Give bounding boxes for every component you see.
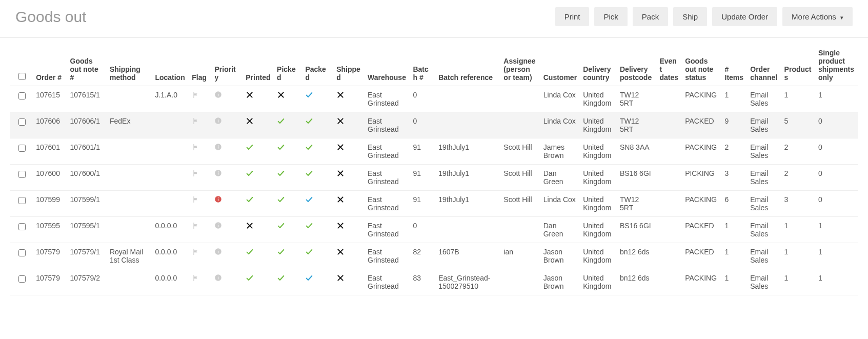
cell-batch: 83 bbox=[410, 269, 435, 295]
cell-postcode: TW12 5RT bbox=[617, 86, 656, 112]
pack-button[interactable]: Pack bbox=[633, 7, 668, 26]
row-checkbox[interactable] bbox=[18, 145, 26, 152]
col-batch[interactable]: Batch # bbox=[410, 44, 435, 86]
col-status[interactable]: Goods out note status bbox=[682, 44, 721, 86]
priority-icon[interactable] bbox=[214, 196, 222, 205]
row-checkbox[interactable] bbox=[18, 171, 26, 178]
cell-gon: 107601/1 bbox=[67, 138, 107, 165]
cell-order: 107595 bbox=[33, 217, 67, 243]
col-postcode[interactable]: Delivery postcode bbox=[617, 44, 656, 86]
col-picked[interactable]: Picked bbox=[274, 44, 302, 86]
table-row[interactable]: 107599 107599/1 East Grinstead 91 19thJu… bbox=[10, 191, 858, 217]
cell-single: 0 bbox=[815, 191, 858, 217]
col-shipped[interactable]: Shipped bbox=[333, 44, 365, 86]
ship-button[interactable]: Ship bbox=[673, 7, 707, 26]
col-gon[interactable]: Goods out note # bbox=[67, 44, 107, 86]
row-checkbox[interactable] bbox=[18, 197, 26, 204]
col-packed[interactable]: Packed bbox=[302, 44, 333, 86]
cell-printed bbox=[243, 165, 274, 191]
flag-icon[interactable] bbox=[192, 92, 200, 101]
table-row[interactable]: 107579 107579/1 Royal Mail 1st Class 0.0… bbox=[10, 243, 858, 269]
cell-location: 0.0.0.0 bbox=[152, 243, 189, 269]
row-checkbox[interactable] bbox=[18, 223, 26, 230]
cell-assignee: Scott Hill bbox=[500, 191, 540, 217]
flag-icon[interactable] bbox=[192, 249, 200, 257]
cell-assignee bbox=[500, 217, 540, 243]
cell-location: 0.0.0.0 bbox=[152, 217, 189, 243]
cell-batchref: 19thJuly1 bbox=[435, 138, 500, 165]
col-assignee[interactable]: Assignee (person or team) bbox=[500, 44, 540, 86]
col-items[interactable]: # Items bbox=[722, 44, 748, 86]
cell-single: 0 bbox=[815, 112, 858, 138]
cell-customer: Dan Green bbox=[540, 165, 580, 191]
select-all-checkbox[interactable] bbox=[18, 73, 26, 80]
flag-icon[interactable] bbox=[192, 171, 200, 179]
priority-icon[interactable] bbox=[214, 170, 222, 178]
cell-picked bbox=[274, 112, 302, 138]
cell-eventdates bbox=[656, 112, 682, 138]
svg-rect-22 bbox=[218, 172, 218, 174]
flag-icon[interactable] bbox=[192, 223, 200, 231]
cell-postcode: bn12 6ds bbox=[617, 243, 656, 269]
col-order[interactable]: Order # bbox=[33, 44, 67, 86]
priority-icon[interactable] bbox=[214, 92, 222, 100]
flag-icon[interactable] bbox=[192, 118, 200, 127]
cell-batchref: East_Grinstead-1500279510 bbox=[435, 269, 500, 295]
priority-icon[interactable] bbox=[214, 144, 222, 152]
table-row[interactable]: 107579 107579/2 0.0.0.0 East Grinstead 8… bbox=[10, 269, 858, 295]
cell-packed bbox=[302, 243, 333, 269]
table-row[interactable]: 107600 107600/1 East Grinstead 91 19thJu… bbox=[10, 165, 858, 191]
row-checkbox[interactable] bbox=[18, 275, 26, 283]
col-batchref[interactable]: Batch reference bbox=[435, 44, 500, 86]
col-channel[interactable]: Order channel bbox=[747, 44, 781, 86]
col-eventdates[interactable]: Event dates bbox=[656, 44, 682, 86]
cell-location bbox=[152, 112, 189, 138]
cell-country: United Kingdom bbox=[580, 138, 617, 165]
col-country[interactable]: Delivery country bbox=[580, 44, 617, 86]
cell-printed bbox=[243, 191, 274, 217]
more-actions-button[interactable]: More Actions ▾ bbox=[782, 7, 853, 26]
row-checkbox[interactable] bbox=[18, 92, 26, 99]
cell-gon: 107606/1 bbox=[67, 112, 107, 138]
cell-customer: Linda Cox bbox=[540, 191, 580, 217]
cell-gon: 107615/1 bbox=[67, 86, 107, 112]
flag-icon[interactable] bbox=[192, 197, 200, 205]
svg-rect-28 bbox=[218, 197, 218, 198]
col-priority[interactable]: Priority bbox=[211, 44, 243, 86]
col-customer[interactable]: Customer bbox=[540, 44, 580, 86]
cell-single: 1 bbox=[815, 243, 858, 269]
col-single[interactable]: Single product shipments only bbox=[815, 44, 858, 86]
flag-icon[interactable] bbox=[192, 275, 200, 284]
row-checkbox[interactable] bbox=[18, 249, 26, 256]
col-warehouse[interactable]: Warehouse bbox=[365, 44, 410, 86]
priority-icon[interactable] bbox=[214, 275, 222, 283]
page-title: Goods out bbox=[15, 8, 86, 26]
priority-icon[interactable] bbox=[214, 249, 222, 257]
pick-button[interactable]: Pick bbox=[594, 7, 627, 26]
col-location[interactable]: Location bbox=[152, 44, 189, 86]
col-printed[interactable]: Printed bbox=[243, 44, 274, 86]
cell-batchref bbox=[435, 112, 500, 138]
update-order-button[interactable]: Update Order bbox=[712, 7, 777, 26]
svg-rect-2 bbox=[218, 93, 218, 93]
row-checkbox[interactable] bbox=[18, 118, 26, 126]
priority-icon[interactable] bbox=[214, 118, 222, 126]
cell-location bbox=[152, 165, 189, 191]
table-row[interactable]: 107601 107601/1 East Grinstead 91 19thJu… bbox=[10, 138, 858, 165]
table-row[interactable]: 107606 107606/1 FedEx East Grinstead 0 L… bbox=[10, 112, 858, 138]
cell-picked bbox=[274, 269, 302, 295]
flag-icon[interactable] bbox=[192, 145, 200, 153]
cell-shipped bbox=[333, 165, 365, 191]
cell-shipped bbox=[333, 217, 365, 243]
table-row[interactable]: 107615 107615/1 J.1.A.0 East Grinstead 0… bbox=[10, 86, 858, 112]
cell-packed bbox=[302, 191, 333, 217]
col-shipping[interactable]: Shipping method bbox=[107, 44, 152, 86]
print-button[interactable]: Print bbox=[555, 7, 590, 26]
cell-warehouse: East Grinstead bbox=[365, 269, 410, 295]
cell-status: PICKING bbox=[682, 165, 721, 191]
priority-icon[interactable] bbox=[214, 223, 222, 231]
cell-batch: 0 bbox=[410, 86, 435, 112]
col-flag[interactable]: Flag bbox=[189, 44, 211, 86]
col-products[interactable]: Products bbox=[781, 44, 815, 86]
table-row[interactable]: 107595 107595/1 0.0.0.0 East Grinstead 0… bbox=[10, 217, 858, 243]
